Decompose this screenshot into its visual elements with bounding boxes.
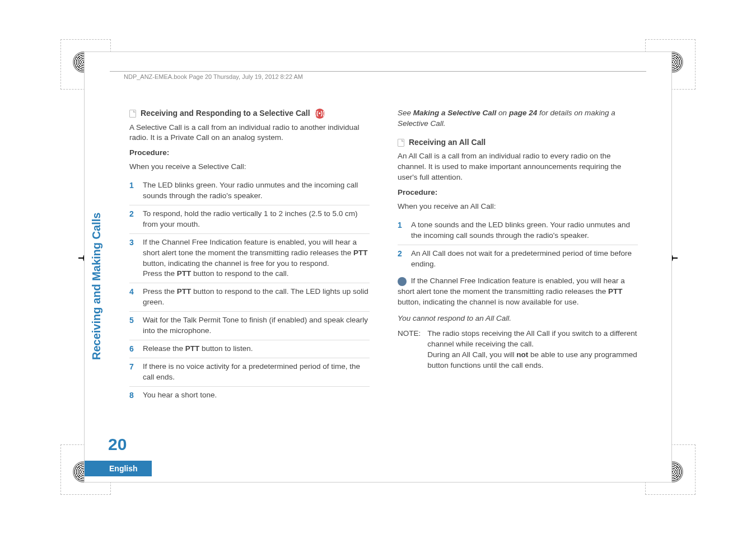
step-number: 8	[129, 390, 137, 401]
list-item: 1A tone sounds and the LED blinks green.…	[398, 217, 638, 245]
step-number: 4	[129, 287, 137, 308]
step-number: 6	[129, 344, 137, 355]
step-text: An All Call does not wait for a predeter…	[411, 249, 638, 270]
step-text: If there is no voice activity for a pred…	[143, 362, 370, 383]
list-item: 2To respond, hold the radio vertically 1…	[129, 205, 370, 234]
document-icon	[398, 139, 404, 147]
step-text: If the Channel Free Indication feature i…	[143, 237, 370, 280]
list-item: 2An All Call does not wait for a predete…	[398, 245, 638, 273]
info-note: If the Channel Free Indication feature i…	[398, 276, 638, 308]
note-body: The radio stops receiving the All Call i…	[427, 329, 638, 371]
section-heading-all-call: Receiving an All Call	[398, 137, 638, 148]
header-text: NDP_ANZ-EMEA.book Page 20 Thursday, July…	[124, 73, 303, 80]
language-label: English	[109, 464, 138, 473]
header-rule	[110, 71, 646, 72]
see-page[interactable]: page 24	[509, 109, 537, 117]
step-text: Wait for the Talk Permit Tone to finish …	[143, 315, 370, 336]
list-item: 7If there is no voice activity for a pre…	[129, 358, 370, 387]
step-number: 2	[129, 209, 137, 230]
sidebar-section-label: Receiving and Making Calls	[90, 213, 103, 360]
step-text: A tone sounds and the LED blinks green. …	[411, 220, 638, 241]
page-frame: NDP_ANZ-EMEA.book Page 20 Thursday, July…	[84, 51, 672, 483]
document-icon	[129, 110, 136, 118]
note-line-2b: not	[516, 350, 528, 359]
steps-list: 1A tone sounds and the LED blinks green.…	[398, 217, 638, 273]
section-heading-selective-call: Receiving and Responding to a Selective …	[129, 108, 370, 119]
cannot-respond-text: You cannot respond to an All Call.	[398, 313, 638, 324]
see-reference: See Making a Selective Call on page 24 f…	[398, 108, 638, 129]
heading-text: Receiving and Responding to a Selective …	[141, 108, 310, 119]
step-number: 5	[129, 315, 137, 336]
list-item: 8You hear a short tone.	[129, 387, 370, 405]
step-text: To respond, hold the radio vertically 1 …	[143, 209, 370, 230]
list-item: 3If the Channel Free Indication feature …	[129, 234, 370, 284]
step-text: Press the PTT button to respond to the c…	[143, 287, 370, 308]
see-link[interactable]: Making a Selective Call	[413, 109, 497, 117]
language-bar: English	[85, 461, 152, 476]
intro-text: A Selective Call is a call from an indiv…	[129, 123, 370, 144]
note-label: NOTE:	[398, 329, 421, 371]
step-number: 7	[129, 362, 137, 383]
antenna-icon: ((•))	[315, 109, 325, 119]
procedure-label: Procedure:	[398, 188, 638, 198]
see-mid: on	[496, 109, 509, 117]
see-prefix: See	[398, 109, 413, 117]
list-item: 5Wait for the Talk Permit Tone to finish…	[129, 312, 370, 340]
step-number: 1	[129, 180, 137, 202]
note-line-2a: During an All Call, you will	[427, 350, 516, 359]
list-item: 6Release the PTT button to listen.	[129, 340, 370, 359]
step-text: The LED blinks green. Your radio unmutes…	[143, 180, 370, 202]
procedure-label: Procedure:	[129, 148, 370, 158]
intro-text: An All Call is a call from an individual…	[398, 151, 638, 183]
step-number: 1	[398, 220, 405, 241]
left-column: Receiving and Responding to a Selective …	[129, 108, 370, 448]
step-number: 2	[398, 249, 405, 270]
note-block: NOTE: The radio stops receiving the All …	[398, 329, 638, 371]
info-icon	[398, 277, 407, 286]
page-number: 20	[108, 435, 127, 454]
list-item: 4Press the PTT button to respond to the …	[129, 283, 370, 312]
step-number: 3	[129, 237, 137, 280]
step-text: You hear a short tone.	[143, 390, 370, 401]
heading-text: Receiving an All Call	[409, 137, 486, 148]
list-item: 1The LED blinks green. Your radio unmute…	[129, 177, 370, 205]
procedure-when: When you receive an All Call:	[398, 202, 638, 212]
content-area: Receiving and Responding to a Selective …	[129, 108, 638, 448]
right-column: See Making a Selective Call on page 24 f…	[398, 108, 638, 448]
procedure-when: When you receive a Selective Call:	[129, 162, 370, 172]
step-text: Release the PTT button to listen.	[143, 344, 370, 355]
note-line-1: The radio stops receiving the All Call i…	[427, 329, 637, 348]
steps-list: 1The LED blinks green. Your radio unmute…	[129, 177, 370, 405]
